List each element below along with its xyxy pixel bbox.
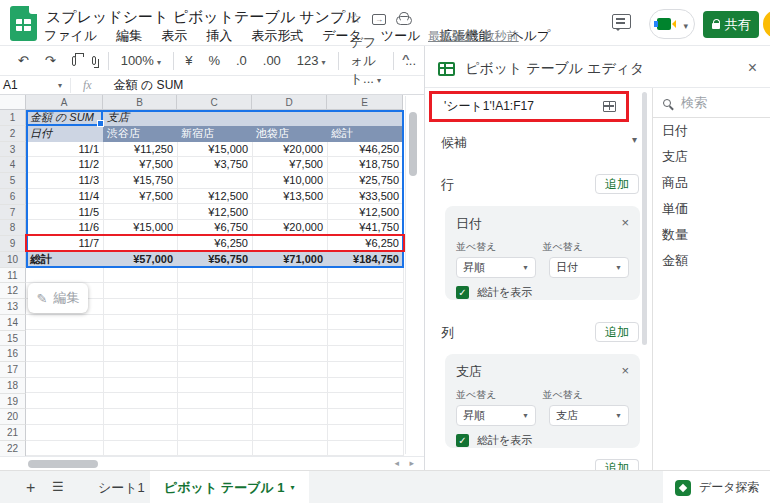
values-add-button[interactable]: 追加 bbox=[595, 459, 639, 470]
sort-by-select[interactable]: 日付▼ bbox=[549, 257, 629, 278]
column-header-a[interactable]: A bbox=[26, 95, 103, 110]
menu-file[interactable]: ファイル bbox=[44, 27, 97, 45]
row-header-15[interactable]: 15 bbox=[0, 331, 26, 347]
suggestions-row[interactable]: 候補▾ bbox=[441, 134, 637, 152]
move-to-folder-icon[interactable]: → bbox=[372, 14, 386, 25]
panel-scrollbar[interactable] bbox=[642, 92, 647, 345]
cell-value[interactable]: ¥7,500 bbox=[103, 157, 177, 173]
cell-value[interactable]: ¥6,750 bbox=[177, 220, 252, 236]
rows-add-button[interactable]: 追加 bbox=[595, 174, 639, 194]
cell-value[interactable]: ¥3,750 bbox=[177, 157, 252, 173]
cell-value[interactable]: ¥12,500 bbox=[177, 205, 252, 221]
format-percent-button[interactable]: % bbox=[200, 53, 228, 68]
row-header-19[interactable]: 19 bbox=[0, 394, 26, 410]
cell[interactable] bbox=[177, 110, 252, 126]
columns-add-button[interactable]: 追加 bbox=[595, 322, 639, 342]
cell-value[interactable]: ¥11,250 bbox=[103, 142, 177, 158]
cell-date[interactable]: 11/3 bbox=[26, 173, 103, 189]
cell-row-group-label[interactable]: 日付 bbox=[26, 126, 103, 142]
document-title[interactable]: スプレッドシート ピボットテーブル サンプル bbox=[46, 8, 361, 27]
cell-col-header[interactable]: 総計 bbox=[327, 126, 403, 142]
formula-input[interactable]: 金額 の SUM bbox=[104, 77, 184, 94]
show-totals-checkbox[interactable]: ✓ bbox=[456, 286, 469, 299]
range-input[interactable]: 'シート1'!A1:F17 bbox=[444, 98, 534, 115]
row-header-11[interactable]: 11 bbox=[0, 268, 26, 284]
cell-value[interactable]: ¥6,250 bbox=[177, 236, 252, 252]
remove-field-icon[interactable]: × bbox=[621, 363, 629, 381]
cell[interactable] bbox=[327, 110, 403, 126]
cell-value[interactable]: ¥10,000 bbox=[252, 173, 327, 189]
increase-decimal-button[interactable]: .00 bbox=[255, 53, 289, 68]
cell-col-header[interactable]: 渋谷店 bbox=[103, 126, 177, 142]
cell-date[interactable]: 11/7 bbox=[26, 236, 103, 252]
column-header-d[interactable]: D bbox=[252, 95, 327, 110]
spreadsheet-grid[interactable]: A B C D E 123456789101112131415161718192… bbox=[0, 95, 424, 456]
sort-direction-select[interactable]: 昇順▼ bbox=[456, 257, 536, 278]
name-box[interactable]: A1▾ bbox=[0, 78, 70, 92]
cell-date[interactable]: 11/6 bbox=[26, 220, 103, 236]
cell-value[interactable]: ¥41,750 bbox=[327, 220, 403, 236]
active-cell-a1[interactable] bbox=[26, 110, 103, 126]
show-totals-checkbox[interactable]: ✓ bbox=[456, 434, 469, 447]
redo-icon[interactable]: ↷ bbox=[37, 53, 64, 68]
share-button[interactable]: 共有 bbox=[703, 11, 759, 38]
menu-format[interactable]: 表示形式 bbox=[251, 27, 303, 45]
format-currency-button[interactable]: ¥ bbox=[177, 53, 200, 68]
field-item-quantity[interactable]: 数量 bbox=[653, 222, 770, 248]
menu-view[interactable]: 表示 bbox=[161, 27, 187, 45]
cell-col-header[interactable]: 新宿店 bbox=[177, 126, 252, 142]
column-header-e[interactable]: E bbox=[327, 95, 403, 110]
row-header-20[interactable]: 20 bbox=[0, 409, 26, 425]
collapse-toolbar-icon[interactable]: ^ bbox=[402, 54, 410, 66]
field-search[interactable]: 検索 bbox=[653, 88, 770, 118]
menu-insert[interactable]: 挿入 bbox=[206, 27, 232, 45]
avatar[interactable] bbox=[763, 10, 770, 38]
column-header-c[interactable]: C bbox=[177, 95, 252, 110]
cell-total-value[interactable]: ¥56,750 bbox=[177, 252, 252, 268]
sort-direction-select[interactable]: 昇順▼ bbox=[456, 405, 536, 426]
remove-field-icon[interactable]: × bbox=[621, 215, 629, 233]
cell-value[interactable]: ¥15,750 bbox=[103, 173, 177, 189]
row-header-13[interactable]: 13 bbox=[0, 299, 26, 315]
cell-value[interactable]: ¥20,000 bbox=[252, 142, 327, 158]
row-header-6[interactable]: 6 bbox=[0, 189, 26, 205]
row-header-1[interactable]: 1 bbox=[0, 110, 26, 126]
select-range-icon[interactable] bbox=[603, 101, 616, 112]
cell-col-group-label[interactable]: 支店 bbox=[103, 110, 177, 126]
field-item-branch[interactable]: 支店 bbox=[653, 144, 770, 170]
sheets-logo[interactable] bbox=[10, 6, 37, 41]
row-header-5[interactable]: 5 bbox=[0, 173, 26, 189]
paint-format-icon[interactable] bbox=[92, 56, 96, 65]
vertical-scrollbar[interactable] bbox=[405, 96, 419, 454]
row-header-17[interactable]: 17 bbox=[0, 362, 26, 378]
cell-value[interactable]: ¥6,250 bbox=[327, 236, 403, 252]
cell-value[interactable]: ¥25,750 bbox=[327, 173, 403, 189]
all-sheets-icon[interactable]: ☰ bbox=[52, 479, 64, 494]
zoom-select[interactable]: 100%▾ bbox=[113, 53, 169, 68]
row-header-3[interactable]: 3 bbox=[0, 142, 26, 158]
cell-value[interactable]: ¥20,000 bbox=[252, 220, 327, 236]
cell-value[interactable]: ¥13,500 bbox=[252, 189, 327, 205]
cell-date[interactable]: 11/4 bbox=[26, 189, 103, 205]
select-all-corner[interactable] bbox=[0, 95, 26, 110]
row-header-9[interactable]: 9 bbox=[0, 236, 26, 252]
row-header-4[interactable]: 4 bbox=[0, 157, 26, 173]
row-header-2[interactable]: 2 bbox=[0, 126, 26, 142]
cell-value[interactable]: ¥46,250 bbox=[327, 142, 403, 158]
cell[interactable] bbox=[252, 110, 327, 126]
horizontal-scrollbar[interactable]: ◂ ▸ bbox=[0, 456, 424, 470]
decrease-decimal-button[interactable]: .0 bbox=[228, 53, 255, 68]
last-edit-link[interactable]: 最終編集: 数秒前 bbox=[428, 28, 519, 45]
cell-date[interactable]: 11/2 bbox=[26, 157, 103, 173]
row-header-16[interactable]: 16 bbox=[0, 346, 26, 362]
row-header-18[interactable]: 18 bbox=[0, 378, 26, 394]
column-header-b[interactable]: B bbox=[103, 95, 177, 110]
cell-value[interactable] bbox=[103, 236, 177, 252]
explore-button[interactable]: データ探索 bbox=[663, 471, 770, 503]
cell-total-value[interactable]: ¥57,000 bbox=[103, 252, 177, 268]
row-header-7[interactable]: 7 bbox=[0, 205, 26, 221]
row-header-21[interactable]: 21 bbox=[0, 425, 26, 441]
cell-value[interactable]: ¥12,500 bbox=[327, 205, 403, 221]
field-item-amount[interactable]: 金額 bbox=[653, 248, 770, 274]
row-header-12[interactable]: 12 bbox=[0, 283, 26, 299]
